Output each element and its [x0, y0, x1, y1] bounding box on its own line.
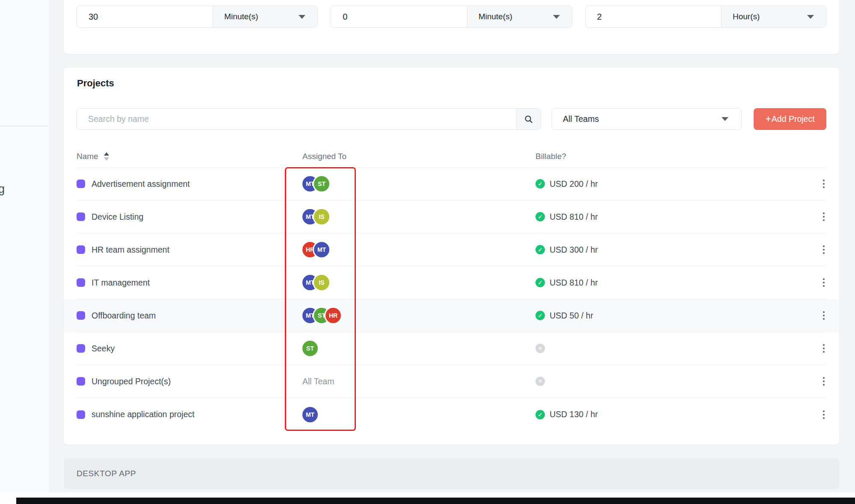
table-row[interactable]: IT management MTIS ✓USD 810 / hr: [77, 266, 826, 299]
duration-unit-label-2: Minute(s): [479, 12, 512, 21]
assigned-avatars: MTST: [302, 176, 329, 192]
billable-cell: ✓USD 810 / hr: [535, 278, 811, 288]
sidebar-clipped-label: g: [0, 183, 5, 196]
chevron-down-icon: [299, 15, 305, 19]
project-color-bullet: [77, 410, 85, 419]
desktop-app-section-header[interactable]: DESKTOP APP: [64, 458, 839, 489]
window-bottom-bar: [16, 498, 855, 504]
assigned-avatars: HRMT: [302, 242, 329, 257]
row-menu-button[interactable]: [821, 375, 826, 387]
duration-value-input-3[interactable]: [586, 6, 721, 27]
billable-cell: ✓USD 300 / hr: [535, 245, 811, 255]
billable-rate: USD 810 / hr: [550, 278, 598, 288]
avatar-st: ST: [314, 176, 329, 192]
projects-section-title: Projects: [77, 78, 114, 89]
projects-card: Projects All Teams + Add Project Name: [64, 68, 839, 445]
toolbar-spacer: [742, 108, 754, 130]
settings-page: g Minute(s) Minute(s) Hour: [0, 0, 855, 504]
chevron-down-icon: [722, 117, 728, 121]
table-row[interactable]: Advertisement assignment MTST ✓USD 200 /…: [77, 168, 826, 200]
avatar-st: ST: [302, 341, 318, 356]
billable-check-icon: ✓: [535, 278, 545, 287]
table-row[interactable]: HR team assignment HRMT ✓USD 300 / hr: [77, 233, 826, 266]
project-search: [77, 108, 541, 130]
duration-unit-select-3[interactable]: Hour(s): [721, 6, 826, 27]
project-color-bullet: [77, 278, 85, 287]
duration-group-3: Hour(s): [585, 6, 826, 28]
project-name: Ungrouped Project(s): [92, 377, 171, 386]
project-name: sunshine application project: [92, 410, 195, 419]
search-button[interactable]: [516, 109, 541, 130]
add-project-label: Add Project: [772, 114, 815, 124]
projects-table-header: Name Assigned To Billable?: [77, 145, 826, 168]
assigned-team-label: All Team: [302, 377, 334, 386]
project-color-bullet: [77, 311, 85, 320]
project-color-bullet: [77, 377, 85, 386]
column-header-assigned: Assigned To: [302, 152, 346, 161]
billable-check-icon: ✓: [535, 245, 545, 254]
assigned-avatars: ST: [302, 341, 318, 356]
search-input[interactable]: [77, 109, 516, 130]
table-row[interactable]: Seeky ST ✕: [77, 332, 826, 365]
avatar-is: IS: [314, 275, 329, 290]
column-header-name: Name: [77, 152, 98, 161]
table-row[interactable]: Offboarding team MTSTHR ✓USD 50 / hr: [77, 299, 826, 332]
table-row[interactable]: Device Listing MTIS ✓USD 810 / hr: [77, 200, 826, 233]
project-name: Advertisement assignment: [92, 179, 190, 189]
assigned-avatars: All Team: [302, 377, 334, 386]
not-billable-icon: ✕: [535, 377, 545, 386]
add-project-button[interactable]: + Add Project: [754, 108, 826, 130]
assigned-avatars: MTSTHR: [302, 308, 341, 323]
project-name: IT management: [92, 278, 150, 288]
duration-unit-select-1[interactable]: Minute(s): [213, 6, 317, 27]
search-icon: [524, 115, 533, 124]
project-rows: Advertisement assignment MTST ✓USD 200 /…: [77, 168, 826, 431]
table-row[interactable]: Ungrouped Project(s) All Team ✕: [77, 365, 826, 398]
duration-unit-label-3: Hour(s): [733, 12, 760, 21]
billable-rate: USD 300 / hr: [550, 245, 598, 255]
billable-check-icon: ✓: [535, 410, 545, 419]
duration-group-2: Minute(s): [331, 6, 572, 28]
duration-unit-select-2[interactable]: Minute(s): [467, 6, 572, 27]
projects-toolbar: All Teams + Add Project: [77, 108, 826, 130]
sidebar: g: [0, 0, 49, 492]
row-menu-button[interactable]: [821, 277, 826, 289]
billable-rate: USD 130 / hr: [550, 410, 598, 419]
project-color-bullet: [77, 245, 85, 254]
billable-rate: USD 200 / hr: [550, 179, 598, 189]
project-name: HR team assignment: [92, 245, 169, 255]
row-menu-button[interactable]: [821, 211, 826, 223]
team-filter-value: All Teams: [563, 114, 599, 124]
billable-cell: ✕: [535, 344, 811, 353]
row-menu-button[interactable]: [821, 409, 826, 421]
billable-cell: ✓USD 50 / hr: [535, 311, 811, 321]
row-menu-button[interactable]: [821, 244, 826, 256]
billable-cell: ✕: [535, 377, 811, 386]
assigned-avatars: MTIS: [302, 209, 329, 224]
duration-value-input-1[interactable]: [77, 6, 213, 27]
billable-check-icon: ✓: [535, 212, 545, 221]
row-menu-button[interactable]: [821, 178, 826, 190]
sort-icon[interactable]: [104, 152, 109, 161]
billable-cell: ✓USD 200 / hr: [535, 179, 811, 189]
project-color-bullet: [77, 180, 85, 188]
project-name: Seeky: [92, 344, 115, 354]
duration-unit-label-1: Minute(s): [224, 12, 258, 21]
project-name: Device Listing: [92, 212, 143, 222]
row-menu-button[interactable]: [821, 342, 826, 354]
project-color-bullet: [77, 212, 85, 221]
table-row[interactable]: sunshine application project MT ✓USD 130…: [77, 398, 826, 431]
duration-fields: Minute(s) Minute(s) Hour(s): [77, 6, 826, 28]
billable-check-icon: ✓: [535, 311, 545, 320]
duration-value-input-2[interactable]: [331, 6, 467, 27]
billable-check-icon: ✓: [535, 179, 545, 189]
team-filter-select[interactable]: All Teams: [551, 108, 742, 130]
assigned-avatars: MT: [302, 407, 318, 422]
avatar-mt: MT: [302, 407, 318, 422]
duration-settings-card: Minute(s) Minute(s) Hour(s): [64, 0, 839, 54]
chevron-down-icon: [553, 15, 560, 19]
row-menu-button[interactable]: [821, 309, 826, 321]
not-billable-icon: ✕: [535, 344, 545, 353]
column-header-billable: Billable?: [535, 152, 566, 161]
avatar-hr: HR: [325, 308, 341, 323]
